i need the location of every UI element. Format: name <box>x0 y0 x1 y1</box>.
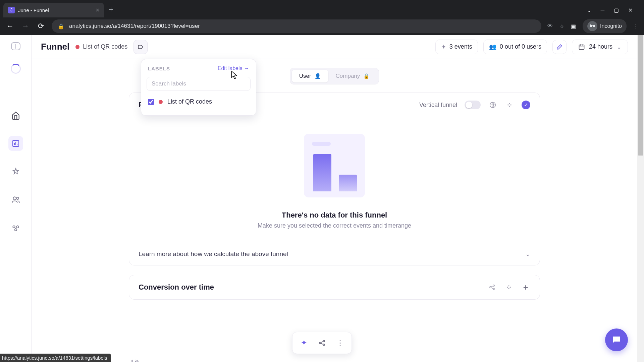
address-bar: ← → ⟳ 🔒 analytics.june.so/a/14631/report… <box>0 17 644 35</box>
chat-fab[interactable] <box>605 328 628 351</box>
link-preview: https://analytics.june.so/a/14631/settin… <box>0 354 111 362</box>
topbar: Funnel List of QR codes ✦ 3 events 👥 0 o… <box>32 35 637 59</box>
empty-subtitle: Make sure you selected the correct event… <box>129 222 540 229</box>
conversion-card: Conversion over time + <box>129 275 540 300</box>
svg-rect-10 <box>509 103 510 104</box>
segment-toggle: User 👤 Company 🔒 <box>290 68 379 84</box>
slack-icon[interactable] <box>505 100 514 110</box>
url-input[interactable]: 🔒 analytics.june.so/a/14631/report/19001… <box>52 19 541 33</box>
labels-dropdown-button[interactable] <box>133 40 148 54</box>
users-icon[interactable] <box>8 192 23 207</box>
scrollbar-thumb[interactable] <box>638 35 643 156</box>
lock-icon: 🔒 <box>58 23 64 29</box>
conversion-title: Conversion over time <box>139 283 214 292</box>
sparkle-icon: ✦ <box>441 43 446 51</box>
maximize-icon[interactable]: ▢ <box>614 7 619 13</box>
segment-user-label: User <box>299 73 311 79</box>
incognito-badge[interactable]: 🕶 Incognito <box>583 19 627 33</box>
label-option-text: List of QR codes <box>167 98 212 105</box>
forward-button: → <box>21 22 30 31</box>
check-badge-icon[interactable]: ✓ <box>522 101 530 109</box>
users-chip[interactable]: 👥 0 out of 0 users <box>483 40 547 54</box>
segment-user-tab[interactable]: User 👤 <box>292 70 328 82</box>
svg-point-2 <box>16 197 18 199</box>
svg-rect-8 <box>507 104 508 105</box>
chevron-down-icon: ⌄ <box>616 43 622 51</box>
edit-labels-link[interactable]: Edit labels → <box>218 65 249 71</box>
incognito-label: Incognito <box>600 23 622 29</box>
empty-illustration-icon <box>304 134 365 197</box>
empty-title: There's no data for this funnel <box>129 211 540 220</box>
labels-popover: LABELS Edit labels → List of QR codes <box>141 59 256 116</box>
events-chip[interactable]: ✦ 3 events <box>435 40 478 54</box>
tab-title: June - Funnel <box>18 7 49 13</box>
edit-button[interactable] <box>552 40 567 54</box>
svg-rect-6 <box>579 45 584 49</box>
close-window-icon[interactable]: ✕ <box>628 7 633 13</box>
footer-stat: 4 % <box>130 358 139 362</box>
slack-icon[interactable] <box>504 283 514 292</box>
funnel-card: Fur Vertical funnel ✓ <box>129 93 540 265</box>
svg-rect-18 <box>508 288 509 289</box>
svg-rect-16 <box>510 287 511 288</box>
browser-chrome: J June - Funnel × + ⌄ ─ ▢ ✕ ← → ⟳ 🔒 anal… <box>0 0 644 35</box>
labels-header: LABELS <box>148 66 170 71</box>
empty-state: There's no data for this funnel Make sur… <box>129 117 540 243</box>
events-icon[interactable] <box>8 164 23 179</box>
label-color-dot-icon <box>159 100 163 104</box>
side-nav <box>0 35 32 362</box>
svg-point-3 <box>13 226 15 228</box>
minimize-icon[interactable]: ─ <box>601 7 604 13</box>
back-button[interactable]: ← <box>5 22 15 31</box>
svg-point-4 <box>16 226 18 228</box>
kebab-menu-icon[interactable]: ⋮ <box>633 23 639 29</box>
loading-spinner-icon <box>11 64 21 74</box>
label-option-row[interactable]: List of QR codes <box>141 94 256 109</box>
companies-icon[interactable] <box>8 221 23 235</box>
learn-more-row[interactable]: Learn more about how we calculate the ab… <box>129 243 540 265</box>
tab-bar: J June - Funnel × + ⌄ ─ ▢ ✕ <box>0 0 644 17</box>
page-title: Funnel <box>41 42 69 52</box>
tab-close-icon[interactable]: × <box>96 7 99 14</box>
segment-company-label: Company <box>336 73 360 79</box>
scrollbar-track[interactable] <box>637 35 644 362</box>
incognito-icon: 🕶 <box>587 21 597 31</box>
applied-label-chip[interactable]: List of QR codes <box>75 43 127 50</box>
segment-company-tab[interactable]: Company 🔒 <box>328 70 377 82</box>
user-icon: 👤 <box>315 73 321 79</box>
add-icon[interactable]: + <box>521 283 530 292</box>
floating-action-bar: ✦ ⋮ <box>292 332 352 354</box>
label-checkbox[interactable] <box>148 99 154 105</box>
svg-rect-9 <box>511 104 512 105</box>
vertical-funnel-label: Vertical funnel <box>419 102 457 109</box>
vertical-funnel-toggle[interactable] <box>465 101 481 109</box>
users-ic-icon: 👥 <box>489 43 496 51</box>
timerange-selector[interactable]: 24 hours ⌄ <box>572 40 628 54</box>
share-button[interactable] <box>314 335 330 351</box>
labels-search-input[interactable] <box>147 77 251 91</box>
applied-label-text: List of QR codes <box>83 43 127 50</box>
chevron-down-icon: ⌄ <box>525 250 530 258</box>
home-icon[interactable] <box>8 108 23 123</box>
sidebar-collapse-icon[interactable] <box>11 42 20 50</box>
bookmark-icon[interactable]: ☆ <box>559 23 564 29</box>
share-icon[interactable] <box>487 283 497 292</box>
new-tab-button[interactable]: + <box>109 5 113 14</box>
reload-button[interactable]: ⟳ <box>36 22 46 31</box>
extensions-icon[interactable]: ▣ <box>571 23 576 29</box>
learn-more-text: Learn more about how we calculate the ab… <box>139 250 288 258</box>
svg-rect-15 <box>507 287 508 288</box>
tab-favicon: J <box>8 7 15 13</box>
browser-tab[interactable]: J June - Funnel × <box>3 3 104 17</box>
url-text: analytics.june.so/a/14631/report/190013?… <box>69 23 200 29</box>
more-button[interactable]: ⋮ <box>332 335 348 351</box>
tab-search-icon[interactable]: ⌄ <box>587 7 591 13</box>
eye-off-icon[interactable]: 👁 <box>547 23 553 29</box>
svg-point-5 <box>14 229 17 231</box>
timerange-text: 24 hours <box>589 43 612 50</box>
ai-sparkle-button[interactable]: ✦ <box>296 335 312 351</box>
reports-icon[interactable] <box>8 136 23 151</box>
svg-rect-17 <box>508 285 509 286</box>
globe-icon[interactable] <box>488 100 497 110</box>
events-count: 3 events <box>449 43 472 50</box>
